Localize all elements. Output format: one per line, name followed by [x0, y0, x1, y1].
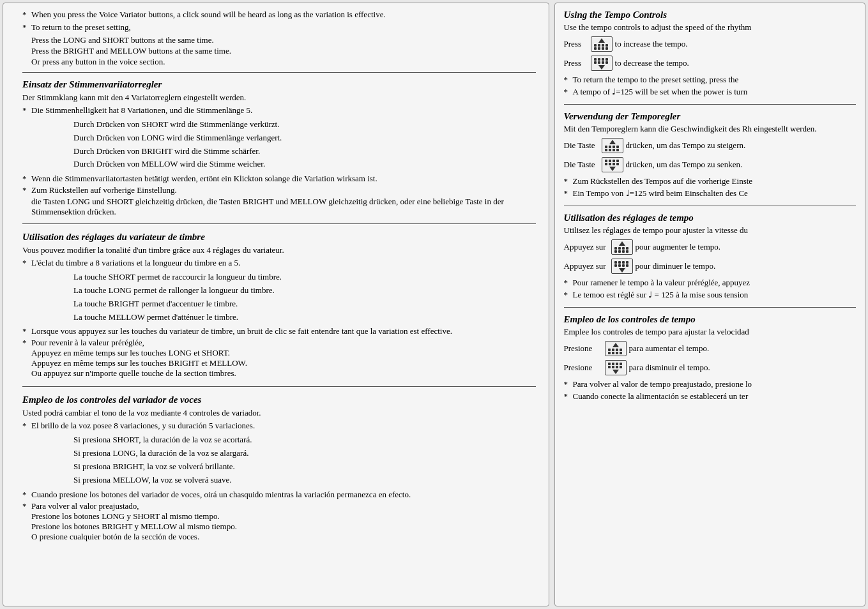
grid-icon — [594, 44, 609, 50]
french-indent-1: La touche LONG permet de rallonger la lo… — [73, 284, 536, 297]
french-post-1: * Pour revenir à la valeur préréglée, Ap… — [22, 338, 536, 379]
fr-press-up: Appuyez sur pour augmenter le tempo. — [564, 239, 856, 255]
french-indent-3: La touche MELLOW permet d'atténuer le ti… — [73, 311, 536, 324]
fr-tempo-title: Utilisation des réglages de tempo — [564, 213, 856, 223]
german-indent-3: Durch Drücken von MELLOW wird die Stimme… — [73, 158, 536, 171]
tempo-down-icon — [591, 56, 613, 71]
german-indent-2: Durch Drücken von BRIGHT wird die Stimme… — [73, 145, 536, 158]
french-bullet-0: * L'éclat du timbre a 8 variations et la… — [22, 258, 536, 268]
de-tempo-title: Verwendung der Temporegler — [564, 111, 856, 122]
spanish-section: Empleo de los controles del variador de … — [22, 395, 536, 549]
right-panel: Using the Tempo Controls Use the tempo c… — [554, 3, 865, 606]
left-panel: * When you press the Voice Variator butt… — [3, 3, 549, 606]
french-intro: Vous pouvez modifier la tonalité d'un ti… — [22, 245, 536, 255]
es-tempo-down-icon — [605, 360, 627, 375]
german-indent-0: Durch Drücken von SHORT wird die Stimmen… — [73, 118, 536, 132]
de-tempo-up-icon — [602, 138, 623, 153]
es-tempo-intro: Emplee los controles de tempo para ajust… — [564, 327, 856, 337]
de-bullet-1: * Ein Tempo von ♩=125 wird beim Einschal… — [564, 188, 856, 199]
fr-tempo-down-icon — [611, 259, 633, 274]
grid-icon-2 — [594, 58, 609, 64]
en-tempo-section: Using the Tempo Controls Use the tempo c… — [564, 10, 856, 105]
french-post-0: * Lorsque vous appuyez sur les touches d… — [22, 326, 536, 336]
german-post-0: * Wenn die Stimmenvariiatortasten betäti… — [22, 174, 536, 184]
german-indented: Durch Drücken von SHORT wird die Stimmen… — [73, 118, 536, 171]
fr-tempo-intro: Utilisez les réglages de tempo pour ajus… — [564, 225, 856, 236]
es-bullet-0: * Para volver al valor de tempo preajust… — [564, 379, 856, 389]
de-press-up: Die Taste drücken, um das Tempo zu steig… — [564, 138, 856, 153]
en-bullet-0: * To return the tempo to the preset sett… — [564, 75, 856, 85]
en-bullet-1: * A tempo of ♩=125 will be set when the … — [564, 87, 856, 97]
spanish-bullet-0: * El brillo de la voz posee 8 variacione… — [22, 421, 536, 431]
french-section: Utilisation des réglages du variateur de… — [22, 232, 536, 387]
es-bullet-1: * Cuando conecte la alimentación se esta… — [564, 391, 856, 402]
german-title: Einsatz der Stimmenvariiatorregler — [22, 79, 536, 90]
spanish-indented: Si presiona SHORT, la duración de la voz… — [73, 433, 536, 486]
tempo-up-icon — [591, 36, 613, 52]
de-press-down: Die Taste drücken, um das Tempo zu senke… — [564, 157, 856, 172]
de-tempo-down-icon — [602, 157, 623, 172]
top-note-1: * When you press the Voice Variator butt… — [22, 10, 536, 20]
fr-bullet-1: * Le temoo est réglé sur ♩ = 125 à la mi… — [564, 290, 856, 300]
french-title: Utilisation des réglages du variateur de… — [22, 232, 536, 243]
arrow-down-icon — [598, 65, 605, 70]
spanish-indent-2: Si presiona BRIGHT, la voz se volverá br… — [73, 460, 536, 474]
spanish-indent-3: Si presiona MELLOW, la voz se volverá su… — [73, 474, 536, 487]
de-bullet-0: * Zum Rückstellen des Tempos auf die vor… — [564, 176, 856, 186]
german-post-1: * Zum Rückstellen auf vorherige Einstell… — [22, 185, 536, 195]
german-post-2: die Tasten LONG und SHORT gleichzeitig d… — [31, 197, 536, 217]
fr-tempo-section: Utilisation des réglages de tempo Utilis… — [564, 213, 856, 308]
fr-press-down: Appuyez sur pour diminuer le tempo. — [564, 259, 856, 274]
german-section: Einsatz der Stimmenvariiatorregler Der S… — [22, 79, 536, 224]
en-press-down: Press to decrease the tempo. — [564, 56, 856, 71]
es-press-up: Presione para aumentar el tempo. — [564, 341, 856, 356]
spanish-title: Empleo de los controles del variador de … — [22, 395, 536, 405]
top-note-4: Press the BRIGHT and MELLOW buttons at t… — [31, 46, 536, 56]
es-press-down: Presione para disminuir el tempo. — [564, 360, 856, 375]
german-intro: Der Stimmklang kann mit den 4 Variatorre… — [22, 93, 536, 103]
top-note-5: Or press any button in the voice section… — [31, 57, 536, 67]
french-indented: La touche SHORT permet de raccourcir la … — [73, 271, 536, 324]
de-tempo-intro: Mit den Temporeglern kann die Geschwindi… — [564, 124, 856, 134]
de-tempo-section: Verwendung der Temporegler Mit den Tempo… — [564, 111, 856, 206]
top-note-2: * To return to the preset setting, — [22, 22, 536, 33]
fr-tempo-up-icon — [611, 239, 633, 255]
es-tempo-title: Empleo de los controles de tempo — [564, 314, 856, 325]
french-indent-2: La touche BRIGHT permet d'accentuer le t… — [73, 297, 536, 311]
es-tempo-up-icon — [605, 341, 627, 356]
spanish-intro: Usted podrá cambiar el tono de la voz me… — [22, 408, 536, 418]
en-tempo-intro: Use the tempo controls to adjust the spe… — [564, 22, 856, 33]
german-indent-1: Durch Drücken von LONG wird die Stimmenl… — [73, 132, 536, 145]
german-bullet-0: * Die Stimmenhelligkeit hat 8 Variatione… — [22, 105, 536, 116]
arrow-up-icon — [598, 38, 605, 43]
top-note-3: Press the LONG and SHORT buttons at the … — [31, 35, 536, 45]
fr-bullet-0: * Pour ramener le tempo à la valeur prér… — [564, 278, 856, 288]
en-press-up: Press to increase the tempo. — [564, 36, 856, 52]
es-tempo-section: Empleo de los controles de tempo Emplee … — [564, 314, 856, 409]
french-indent-0: La touche SHORT permet de raccourcir la … — [73, 271, 536, 284]
spanish-post-0: * Cuando presione los botones del variad… — [22, 490, 536, 500]
spanish-indent-1: Si presiona LONG, la duración de la voz … — [73, 447, 536, 460]
spanish-indent-0: Si presiona SHORT, la duración de la voz… — [73, 433, 536, 447]
spanish-post-1: * Para volver al valor preajustado, Pres… — [22, 501, 536, 542]
en-tempo-title: Using the Tempo Controls — [564, 10, 856, 20]
